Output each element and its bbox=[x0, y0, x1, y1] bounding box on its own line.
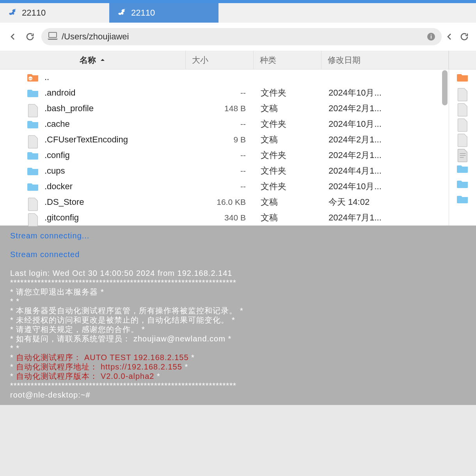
file-name: .CFUserTextEncoding bbox=[44, 135, 186, 145]
path-bar[interactable]: /Users/zhoujiawei i bbox=[41, 28, 442, 45]
file-date: 2024年10月... bbox=[322, 87, 449, 99]
scrollbar-thumb[interactable] bbox=[442, 70, 448, 105]
svg-rect-0 bbox=[49, 32, 57, 37]
file-row[interactable]: .CFUserTextEncoding9 B文稿2024年2月1... bbox=[0, 132, 449, 147]
file-row[interactable]: .bash_profile148 B文稿2024年2月1... bbox=[0, 101, 449, 116]
file-kind: 文件夹 bbox=[254, 149, 322, 161]
file-icon bbox=[27, 104, 39, 113]
term-line: * 本服务器受自动化测试程序监管，所有操作将被监控和记录。 * bbox=[10, 306, 466, 315]
file-name: .android bbox=[44, 88, 186, 98]
file-icon bbox=[27, 197, 39, 207]
file-name: .. bbox=[44, 72, 186, 82]
file-icon bbox=[27, 135, 39, 144]
file-size: 340 B bbox=[186, 213, 254, 222]
refresh-button[interactable] bbox=[24, 31, 36, 43]
file-kind: 文稿 bbox=[254, 103, 322, 114]
file-icon bbox=[457, 88, 469, 97]
file-name: .DS_Store bbox=[44, 197, 186, 207]
folder-icon bbox=[27, 119, 39, 129]
tab-1[interactable]: 22110 bbox=[0, 3, 109, 23]
term-line: ****************************************… bbox=[10, 381, 466, 390]
file-size: 9 B bbox=[186, 135, 254, 144]
parent-icon bbox=[457, 73, 469, 82]
file-size: -- bbox=[186, 119, 254, 129]
term-line: * 自动化测试程序： AUTO TEST 192.168.2.155 * bbox=[10, 353, 466, 362]
file-row[interactable]: .docker--文件夹2024年10月... bbox=[0, 179, 449, 194]
folder-icon bbox=[457, 164, 469, 173]
header-size[interactable]: 大小 bbox=[186, 51, 254, 69]
term-prompt: root@nle-desktop:~# bbox=[10, 390, 466, 400]
term-line: * * bbox=[10, 343, 466, 353]
header-date[interactable]: 修改日期 bbox=[321, 51, 449, 69]
file-date: 2024年2月1... bbox=[322, 149, 449, 161]
term-line: * 自动化测试程序地址： https://192.168.2.155 * bbox=[10, 362, 466, 371]
file-size: -- bbox=[186, 88, 254, 98]
term-line: Stream connected bbox=[10, 250, 466, 259]
folder-icon bbox=[457, 179, 469, 188]
terminal[interactable]: Stream connecting... Stream connected La… bbox=[0, 226, 476, 405]
term-line: * 请遵守相关规定，感谢您的合作。 * bbox=[10, 325, 466, 334]
file-row[interactable]: .gitconfig340 B文稿2024年7月1... bbox=[0, 210, 449, 226]
tab-bar: 22110 22110 bbox=[0, 3, 476, 23]
file-row[interactable]: .DS_Store16.0 KB文稿今天 14:02 bbox=[0, 194, 449, 210]
term-line: Stream connecting... bbox=[10, 231, 466, 240]
folder-icon bbox=[27, 88, 39, 98]
file-name: .docker bbox=[44, 181, 186, 192]
file-kind: 文件夹 bbox=[254, 181, 322, 192]
folder-icon bbox=[27, 166, 39, 176]
file-kind: 文稿 bbox=[254, 196, 322, 208]
term-line: * 未经授权的访问和更改是被禁止的，自动化结果可能变化。 * bbox=[10, 315, 466, 325]
file-date: 2024年7月1... bbox=[322, 212, 449, 224]
file-icon bbox=[457, 103, 469, 112]
file-date: 2024年10月... bbox=[322, 181, 449, 192]
tab-label: 22110 bbox=[22, 8, 46, 18]
file-date: 今天 14:02 bbox=[322, 196, 449, 208]
info-icon[interactable]: i bbox=[427, 32, 435, 41]
term-line: ****************************************… bbox=[10, 278, 466, 287]
svg-text:•••: ••• bbox=[29, 77, 32, 80]
folder-icon bbox=[27, 151, 39, 160]
header-kind[interactable]: 种类 bbox=[254, 51, 321, 69]
file-size: 148 B bbox=[186, 104, 254, 113]
refresh-button-right[interactable] bbox=[460, 31, 469, 43]
term-line: * 自动化测试程序版本： V2.0.0-alpha2 * bbox=[10, 371, 466, 381]
file-kind: 文稿 bbox=[254, 212, 322, 224]
folder-icon bbox=[27, 182, 39, 191]
parent-dir-row[interactable]: ••• .. bbox=[0, 69, 449, 85]
column-headers: 名称 大小 种类 修改日期 bbox=[0, 51, 449, 69]
file-icon bbox=[457, 118, 469, 128]
term-line: Last login: Wed Oct 30 14:00:50 2024 fro… bbox=[10, 268, 466, 278]
file-name: .cups bbox=[44, 166, 186, 176]
back-button-right[interactable] bbox=[445, 31, 454, 43]
svg-text:i: i bbox=[430, 34, 432, 40]
file-size: -- bbox=[186, 182, 254, 191]
back-button[interactable] bbox=[7, 31, 19, 43]
file-name: .bash_profile bbox=[44, 103, 186, 114]
header-name[interactable]: 名称 bbox=[0, 51, 186, 69]
file-row[interactable]: .config--文件夹2024年2月1... bbox=[0, 147, 449, 163]
file-browser-panel: /Users/zhoujiawei i 名称 大小 种类 bbox=[0, 23, 476, 226]
file-row[interactable]: .cups--文件夹2024年4月1... bbox=[0, 163, 449, 179]
file-icon bbox=[457, 133, 469, 143]
file-name: .cache bbox=[44, 119, 186, 129]
file-row[interactable]: .android--文件夹2024年10月... bbox=[0, 85, 449, 101]
file-date: 2024年4月1... bbox=[322, 165, 449, 177]
file-list: ••• .. .android--文件夹2024年10月....bash_pro… bbox=[0, 69, 449, 226]
window-topbar bbox=[0, 0, 476, 3]
file-size: -- bbox=[186, 151, 254, 160]
file-date: 2024年2月1... bbox=[322, 103, 449, 114]
file-kind: 文件夹 bbox=[254, 87, 322, 99]
file-date: 2024年10月... bbox=[322, 118, 449, 130]
folder-icon bbox=[457, 194, 469, 204]
term-line: * 请您立即退出本服务器 * bbox=[10, 287, 466, 297]
file-name: .config bbox=[44, 150, 186, 160]
doc-icon bbox=[457, 149, 469, 158]
term-line: * 如有疑问，请联系系统管理员： zhoujiaw@newland.com * bbox=[10, 334, 466, 343]
term-line: * * bbox=[10, 297, 466, 306]
parent-folder-icon: ••• bbox=[27, 73, 39, 82]
file-kind: 文件夹 bbox=[254, 118, 322, 130]
sort-caret-icon bbox=[99, 57, 106, 64]
tab-label: 22110 bbox=[131, 8, 155, 18]
tab-2[interactable]: 22110 bbox=[109, 3, 218, 23]
file-row[interactable]: .cache--文件夹2024年10月... bbox=[0, 116, 449, 132]
